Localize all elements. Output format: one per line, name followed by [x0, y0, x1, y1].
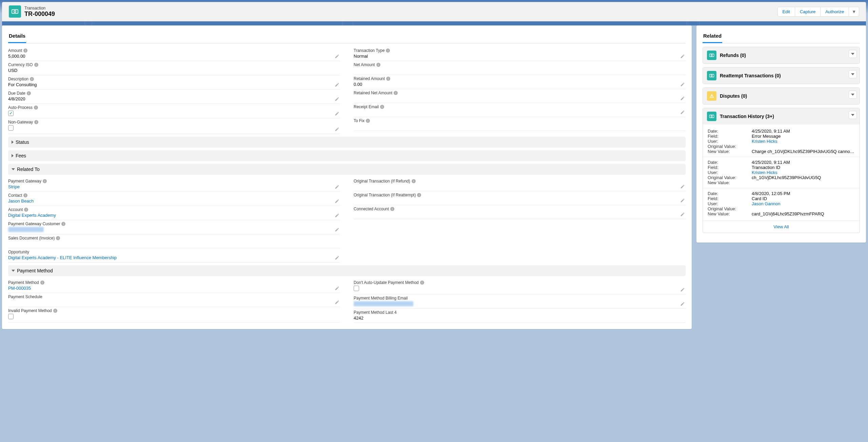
edit-pencil-icon[interactable] — [680, 82, 685, 87]
view-all-link[interactable]: View All — [773, 224, 789, 229]
section-fees-label: Fees — [16, 153, 26, 158]
info-icon[interactable]: i — [53, 309, 57, 313]
info-icon[interactable]: i — [34, 105, 38, 110]
edit-pencil-icon[interactable] — [335, 227, 339, 232]
related-refunds[interactable]: Refunds (0) — [703, 47, 860, 64]
edit-pencil-icon[interactable] — [335, 82, 339, 87]
tabs-bar: Details — [8, 32, 686, 43]
info-icon[interactable]: i — [61, 222, 65, 226]
reattempt-title: Reattempt Transactions (0) — [720, 73, 781, 78]
retained-amount-label: Retained Amount — [354, 76, 385, 81]
edit-pencil-icon[interactable] — [335, 286, 339, 291]
account-link[interactable]: Digital Experts Academy — [8, 213, 56, 218]
info-icon[interactable]: i — [23, 193, 27, 197]
info-icon[interactable]: i — [412, 179, 416, 183]
edit-pencil-icon[interactable] — [680, 212, 685, 217]
payment-gateway-link[interactable]: Stripe — [8, 184, 20, 189]
authorize-button[interactable]: Authorize — [820, 7, 849, 17]
field-dont-auto-update: Don't Auto-Update Payment Methodi — [354, 279, 686, 294]
auto-process-checkbox[interactable] — [8, 111, 14, 116]
edit-pencil-icon[interactable] — [335, 199, 339, 204]
edit-pencil-icon[interactable] — [680, 184, 685, 189]
edit-pencil-icon[interactable] — [680, 198, 685, 203]
edit-pencil-icon[interactable] — [335, 127, 339, 132]
info-icon[interactable]: i — [386, 49, 390, 53]
history-user-link[interactable]: Kristen Hicks — [752, 170, 777, 175]
connected-account-value — [354, 211, 686, 218]
chevron-down-icon — [851, 94, 854, 96]
info-icon[interactable]: i — [34, 120, 38, 124]
edit-pencil-icon[interactable] — [680, 110, 685, 115]
related-dropdown-button[interactable] — [849, 91, 857, 99]
edit-pencil-icon[interactable] — [335, 54, 339, 59]
edit-pencil-icon[interactable] — [335, 300, 339, 305]
related-panel: Related Refunds (0) Reattempt Transactio… — [696, 25, 866, 243]
dont-auto-update-checkbox[interactable] — [354, 286, 359, 291]
payment-gateway-label: Payment Gateway — [8, 179, 41, 184]
tab-related[interactable]: Related — [703, 32, 722, 43]
edit-pencil-icon[interactable] — [335, 255, 339, 260]
edit-pencil-icon[interactable] — [335, 185, 339, 189]
invalid-pm-checkbox[interactable] — [8, 314, 14, 319]
info-icon[interactable]: i — [24, 208, 28, 212]
due-date-value: 4/8/2020 — [8, 96, 340, 103]
info-icon[interactable]: i — [376, 63, 380, 67]
edit-button[interactable]: Edit — [777, 7, 795, 17]
svg-point-5 — [711, 75, 712, 76]
decorative-strip — [2, 21, 866, 25]
info-icon[interactable]: i — [34, 63, 38, 67]
edit-pencil-icon[interactable] — [680, 287, 685, 292]
section-payment-method-label: Payment Method — [17, 268, 53, 273]
info-icon[interactable]: i — [43, 179, 47, 183]
edit-pencil-icon[interactable] — [335, 213, 339, 218]
info-icon[interactable]: i — [27, 91, 31, 95]
related-dropdown-button[interactable] — [849, 111, 857, 119]
info-icon[interactable]: i — [386, 77, 390, 81]
tab-details[interactable]: Details — [8, 32, 26, 43]
section-payment-method[interactable]: Payment Method — [8, 265, 686, 276]
details-right-col: Transaction Typei Normal Net Amounti Ret… — [354, 47, 686, 134]
section-related-to[interactable]: Related To — [8, 164, 686, 175]
field-invalid-pm: Invalid Payment Methodi — [8, 307, 340, 323]
section-status[interactable]: Status — [8, 137, 686, 148]
due-date-label: Due Date — [8, 91, 25, 96]
section-fees[interactable]: Fees — [8, 150, 686, 161]
history-user-label: User: — [708, 170, 752, 175]
info-icon[interactable]: i — [390, 207, 394, 211]
info-icon[interactable]: i — [23, 49, 27, 53]
related-disputes[interactable]: ⚠ Disputes (0) — [703, 88, 860, 104]
related-dropdown-button[interactable] — [849, 50, 857, 58]
receipt-email-value — [354, 109, 686, 116]
info-icon[interactable]: i — [420, 281, 424, 285]
edit-pencil-icon[interactable] — [335, 97, 339, 101]
svg-rect-2 — [709, 54, 714, 57]
opportunity-link[interactable]: Digital Experts Academy - ELITE Influenc… — [8, 255, 117, 260]
edit-pencil-icon[interactable] — [680, 54, 685, 59]
history-field-value: Transaction ID — [752, 165, 855, 170]
related-dropdown-button[interactable] — [849, 70, 857, 78]
info-icon[interactable]: i — [40, 281, 44, 285]
edit-pencil-icon[interactable] — [335, 111, 339, 116]
account-label: Account — [8, 207, 23, 212]
info-icon[interactable]: i — [30, 77, 34, 81]
info-icon[interactable]: i — [56, 236, 60, 240]
payment-method-link[interactable]: PM-000035 — [8, 286, 31, 291]
info-icon[interactable]: i — [417, 193, 421, 197]
history-header[interactable]: Transaction History (3+) — [703, 108, 860, 124]
edit-pencil-icon[interactable] — [680, 302, 685, 306]
svg-point-1 — [14, 11, 16, 13]
info-icon[interactable]: i — [394, 91, 398, 95]
non-gateway-checkbox[interactable] — [8, 125, 14, 131]
info-icon[interactable]: i — [366, 119, 370, 123]
history-date-label: Date: — [708, 160, 752, 165]
description-value: For Consulting — [8, 81, 340, 89]
capture-button[interactable]: Capture — [795, 7, 821, 17]
history-user-link[interactable]: Kristen Hicks — [752, 139, 777, 144]
connected-account-label: Connected Account — [354, 207, 389, 211]
history-user-link[interactable]: Jason Gannon — [752, 201, 781, 206]
edit-pencil-icon[interactable] — [680, 96, 685, 101]
more-actions-button[interactable]: ▼ — [849, 7, 859, 17]
info-icon[interactable]: i — [380, 105, 384, 109]
contact-link[interactable]: Jason Beach — [8, 198, 34, 204]
related-reattempt[interactable]: Reattempt Transactions (0) — [703, 67, 860, 84]
